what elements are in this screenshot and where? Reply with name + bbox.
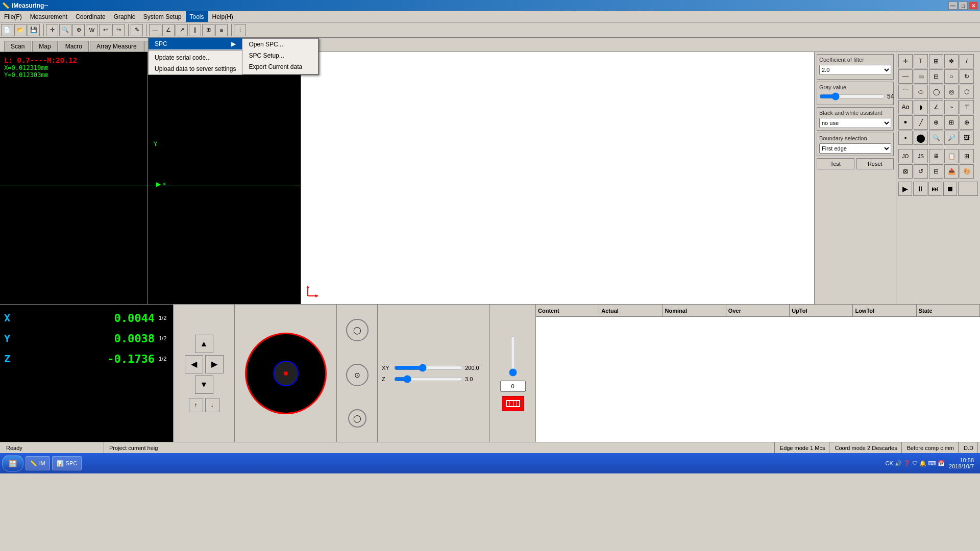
add-button[interactable]: ✛ bbox=[46, 24, 58, 36]
tool-extra[interactable]: ⋮ bbox=[234, 24, 246, 36]
close-button[interactable]: ✕ bbox=[969, 2, 978, 10]
tool-angle[interactable]: ∠ bbox=[162, 24, 175, 36]
gray-value-slider[interactable] bbox=[819, 92, 885, 101]
menu-item-update-serial[interactable]: Update serial code... bbox=[149, 52, 242, 63]
tool-table[interactable]: ⊟ bbox=[929, 164, 943, 179]
menu-tools[interactable]: Tools bbox=[186, 11, 208, 22]
tool-circle-small[interactable]: ○ bbox=[944, 69, 959, 84]
tool-plus-box[interactable]: ⊞ bbox=[960, 149, 974, 163]
dir-right-button[interactable]: ▶ bbox=[205, 355, 224, 373]
start-button[interactable]: 🪟 bbox=[2, 455, 23, 471]
tool-measure[interactable]: ⊤ bbox=[960, 100, 974, 114]
tool-circle-plus[interactable]: ⊕ bbox=[960, 115, 974, 130]
reset-button[interactable]: Reset bbox=[856, 158, 894, 169]
new-button[interactable]: 📄 bbox=[1, 24, 13, 36]
tool-line2[interactable]: ╱ bbox=[914, 115, 928, 130]
dir-down-button[interactable]: ▼ bbox=[195, 375, 213, 394]
menu-item-spc-setup[interactable]: SPC Setup... bbox=[242, 50, 318, 61]
tool-cursor[interactable]: ↗ bbox=[176, 24, 188, 36]
tool-drop[interactable]: ⬭ bbox=[914, 85, 928, 99]
redo-button[interactable]: ↪ bbox=[112, 24, 125, 36]
taskbar-im[interactable]: 📏 iM bbox=[26, 456, 50, 470]
skip-forward-button[interactable]: ⏭ bbox=[928, 182, 942, 196]
boundary-select[interactable]: First edge Last edge bbox=[819, 143, 891, 154]
tool-cross[interactable]: ⊞ bbox=[929, 54, 943, 68]
bw-assistant-select[interactable]: no use use bbox=[819, 118, 891, 128]
center-button[interactable]: ⊕ bbox=[72, 24, 85, 36]
extra-play-btn[interactable] bbox=[958, 182, 978, 196]
menu-coordinate[interactable]: Coordinate bbox=[71, 11, 110, 22]
stop-button[interactable]: ⏹ bbox=[943, 182, 957, 196]
tool-grid[interactable]: ⊞ bbox=[202, 24, 214, 36]
tool-jo[interactable]: JO bbox=[898, 149, 913, 163]
play-button[interactable]: ▶ bbox=[898, 182, 912, 196]
tool-rect[interactable]: ▭ bbox=[914, 69, 928, 84]
tab-scan[interactable]: Scan bbox=[4, 41, 31, 52]
tab-map[interactable]: Map bbox=[32, 41, 57, 52]
tool-ellipse[interactable]: ◯ bbox=[929, 85, 943, 99]
dir-left-button[interactable]: ◀ bbox=[185, 355, 203, 373]
tool-screen2[interactable]: 📋 bbox=[944, 149, 959, 163]
taskbar-spc[interactable]: 📊 SPC bbox=[52, 456, 82, 470]
w-button[interactable]: W bbox=[86, 24, 98, 36]
tool-image[interactable]: 🖼 bbox=[960, 131, 974, 145]
tool-screen[interactable]: 🖥 bbox=[929, 149, 943, 163]
menu-measurement[interactable]: Measurement bbox=[26, 11, 71, 22]
tool-circle-sel[interactable]: ⬤ bbox=[914, 131, 928, 145]
tool-add-line[interactable]: T bbox=[914, 54, 928, 68]
menu-item-spc[interactable]: SPC ▶ bbox=[149, 38, 242, 49]
menu-help[interactable]: Help(H) bbox=[208, 11, 237, 22]
dir-z-up-button[interactable]: ↑ bbox=[189, 398, 203, 412]
test-button[interactable]: Test bbox=[817, 158, 854, 169]
tool-color[interactable]: 🎨 bbox=[960, 164, 974, 179]
menu-file[interactable]: File(F) bbox=[0, 11, 26, 22]
tool-add-point[interactable]: ✛ bbox=[898, 54, 913, 68]
undo-button[interactable]: ↩ bbox=[99, 24, 111, 36]
tool-grid2[interactable]: ⊟ bbox=[929, 69, 943, 84]
tool-zoom-in[interactable]: 🔍 bbox=[929, 131, 943, 145]
tool-wave[interactable]: ~ bbox=[944, 100, 959, 114]
data-grid-body[interactable] bbox=[536, 317, 980, 442]
tool-plus-down[interactable]: ⊞ bbox=[944, 115, 959, 130]
menu-item-export[interactable]: Export Current data bbox=[242, 61, 318, 72]
tool-zoom-out[interactable]: 🔎 bbox=[944, 131, 959, 145]
open-button[interactable]: 📂 bbox=[14, 24, 27, 36]
tool-arc[interactable]: ⌒ bbox=[898, 85, 913, 99]
zoom-button[interactable]: 🔍 bbox=[59, 24, 71, 36]
tool-circle-arc[interactable]: ◗ bbox=[914, 100, 928, 114]
tool-export[interactable]: 📤 bbox=[944, 164, 959, 179]
menu-system-setup[interactable]: System Setup bbox=[139, 11, 186, 22]
save-button[interactable]: 💾 bbox=[28, 24, 40, 36]
tab-array-measure[interactable]: Array Measure bbox=[90, 41, 143, 52]
extra-vertical-slider[interactable] bbox=[509, 336, 517, 377]
menu-item-open-spc[interactable]: Open SPC... bbox=[242, 39, 318, 50]
z-speed-slider[interactable] bbox=[394, 375, 463, 383]
tool-refresh[interactable]: ↺ bbox=[914, 164, 928, 179]
joystick-inner[interactable] bbox=[273, 361, 299, 386]
minimize-button[interactable]: — bbox=[948, 2, 958, 10]
coeff-filter-select[interactable]: 2.0 1.0 3.0 bbox=[819, 65, 891, 75]
tool-line-seg[interactable]: — bbox=[898, 69, 913, 84]
tool-star[interactable]: ✼ bbox=[944, 54, 959, 68]
tool-js[interactable]: JS bbox=[914, 149, 928, 163]
dir-up-button[interactable]: ▲ bbox=[195, 335, 213, 353]
tool-poly[interactable]: ⬡ bbox=[960, 85, 974, 99]
tool-angle-icon[interactable]: ∠ bbox=[929, 100, 943, 114]
joystick-circle[interactable] bbox=[245, 333, 327, 414]
tool-parallel[interactable]: ∥ bbox=[189, 24, 201, 36]
center-drawing-area[interactable] bbox=[301, 52, 814, 304]
xy-speed-slider[interactable] bbox=[394, 364, 463, 372]
extra-value-input[interactable] bbox=[500, 381, 526, 392]
tool-circle-dot[interactable]: ◎ bbox=[944, 85, 959, 99]
tool-aa[interactable]: Aα bbox=[898, 100, 913, 114]
tool-dot[interactable]: • bbox=[898, 115, 913, 130]
menu-item-upload-data[interactable]: Upload data to server settings bbox=[149, 63, 242, 74]
joystick-btn-1[interactable]: ◯ bbox=[346, 319, 369, 341]
maximize-button[interactable]: □ bbox=[959, 2, 968, 10]
joystick-btn-3[interactable]: ◯ bbox=[348, 409, 366, 428]
tool-circle-arrows[interactable]: ↻ bbox=[960, 69, 974, 84]
tool-plus-circle[interactable]: ⊕ bbox=[929, 115, 943, 130]
dir-z-down-button[interactable]: ↓ bbox=[205, 398, 219, 412]
tool-cross2[interactable]: ⊠ bbox=[898, 164, 913, 179]
tab-macro[interactable]: Macro bbox=[59, 41, 89, 52]
